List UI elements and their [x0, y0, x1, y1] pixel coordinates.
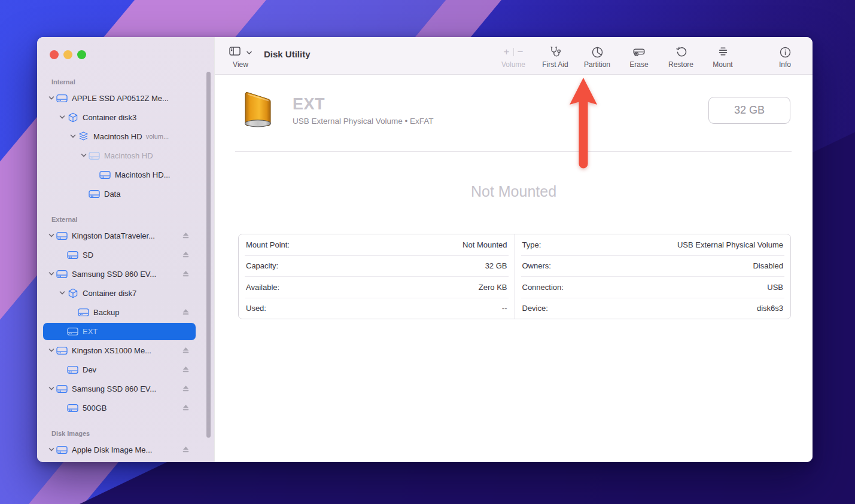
sidebar-item-label: Macintosh HD — [93, 132, 142, 141]
sidebar-item-macintosh-hd[interactable]: Macintosh HDvolum... — [37, 127, 214, 146]
first-aid-stethoscope-icon — [549, 45, 562, 59]
partition-button-label: Partition — [584, 60, 610, 69]
restore-button[interactable]: Restore — [664, 37, 698, 74]
spec-label: Device: — [521, 304, 548, 313]
eject-icon[interactable] — [182, 251, 190, 258]
sidebar-item-ext[interactable]: EXT — [37, 322, 214, 341]
disk-utility-window: InternalAPPLE SSD AP0512Z Me...Container… — [37, 37, 813, 462]
drive-icon — [56, 93, 68, 103]
sidebar-item-apple-disk-image-me[interactable]: Apple Disk Image Me... — [37, 440, 214, 459]
spec-row: Connection:USB — [521, 276, 785, 298]
volume-button: +− Volume — [497, 37, 530, 74]
chevron-down-icon — [57, 250, 67, 259]
spec-row: Owners:Disabled — [521, 255, 785, 277]
drive-icon — [56, 269, 68, 279]
sidebar-item-macintosh-hd[interactable]: Macintosh HD... — [37, 165, 214, 184]
details-column-left: Mount Point:Not MountedCapacity:32 GBAva… — [239, 234, 515, 319]
sidebar-item-samsung-ssd-860-ev[interactable]: Samsung SSD 860 EV... — [37, 379, 214, 398]
sidebar-item-label: Macintosh HD... — [115, 170, 170, 179]
sidebar-item-backup[interactable]: Backup — [37, 303, 214, 322]
chevron-down-icon — [57, 365, 67, 374]
chevron-down-icon[interactable] — [47, 346, 56, 355]
sidebar-item-macintosh-hd[interactable]: Macintosh HD — [37, 146, 214, 165]
spec-row: Capacity:32 GB — [245, 255, 509, 277]
sidebar-scrollbar[interactable] — [206, 72, 211, 438]
drive-icon — [89, 189, 100, 198]
mount-button-label: Mount — [713, 60, 732, 69]
volume-button-label: Volume — [501, 60, 525, 69]
chevron-down-icon[interactable] — [47, 231, 56, 240]
spec-value: 32 GB — [485, 261, 509, 270]
drive-header: EXT USB External Physical Volume • ExFAT — [239, 91, 434, 129]
spec-value: Not Mounted — [463, 240, 508, 249]
view-button[interactable]: View — [229, 37, 252, 74]
sidebar-item-data[interactable]: Data — [37, 184, 214, 203]
eject-icon[interactable] — [182, 404, 190, 411]
main-pane: View Disk Utility +− Volume — [214, 37, 813, 462]
drive-subtitle: USB External Physical Volume • ExFAT — [293, 117, 434, 126]
chevron-down-icon[interactable] — [57, 112, 67, 122]
chevron-down-icon[interactable] — [57, 288, 67, 298]
partition-pie-icon — [592, 45, 603, 59]
sidebar-item-500gb[interactable]: 500GB — [37, 398, 214, 417]
spec-label: Mount Point: — [245, 240, 290, 249]
toolbar-buttons: +− Volume First Aid — [497, 37, 802, 74]
sidebar-item-kingston-xs1000-me[interactable]: Kingston XS1000 Me... — [37, 341, 214, 360]
sidebar-tree: InternalAPPLE SSD AP0512Z Me...Container… — [37, 37, 214, 462]
spec-value: USB — [767, 283, 784, 292]
content-area: EXT USB External Physical Volume • ExFAT… — [215, 75, 813, 462]
sidebar-item-samsung-ssd-860-ev[interactable]: Samsung SSD 860 EV... — [37, 264, 214, 283]
mount-button[interactable]: Mount — [706, 37, 740, 74]
spec-value: USB External Physical Volume — [677, 240, 784, 249]
drive-icon — [89, 151, 100, 160]
sidebar-item-apple-ssd-ap0512z-me[interactable]: APPLE SSD AP0512Z Me... — [37, 88, 214, 108]
erase-disk-icon — [632, 45, 646, 59]
chevron-down-icon[interactable] — [47, 445, 56, 454]
toolbar: View Disk Utility +− Volume — [215, 37, 813, 75]
chevron-down-icon[interactable] — [68, 132, 78, 141]
chevron-down-icon — [68, 307, 78, 317]
sidebar-item-label: Samsung SSD 860 EV... — [72, 270, 156, 279]
spec-value: disk6s3 — [757, 304, 784, 313]
sidebar-item-label: Kingston XS1000 Me... — [72, 346, 151, 355]
chevron-down-icon[interactable] — [47, 269, 56, 279]
chevron-down-icon — [57, 326, 67, 336]
sidebar-item-label: Backup — [93, 308, 119, 317]
sidebar-item-container-disk3[interactable]: Container disk3 — [37, 108, 214, 127]
chevron-down-icon[interactable] — [47, 384, 56, 393]
chevron-down-icon[interactable] — [79, 151, 89, 160]
first-aid-button[interactable]: First Aid — [538, 37, 572, 74]
sidebar-item-label: Dev — [83, 365, 96, 374]
eject-icon[interactable] — [182, 385, 190, 392]
erase-button[interactable]: Erase — [622, 37, 656, 74]
sidebar: InternalAPPLE SSD AP0512Z Me...Container… — [37, 37, 214, 462]
eject-icon[interactable] — [182, 446, 190, 453]
eject-icon[interactable] — [182, 308, 190, 316]
first-aid-button-label: First Aid — [542, 60, 568, 69]
sidebar-item-label: SD — [83, 251, 93, 259]
drive-icon — [67, 326, 78, 336]
sidebar-item-container-disk7[interactable]: Container disk7 — [37, 283, 214, 303]
chevron-down-icon[interactable] — [47, 93, 56, 103]
partition-button[interactable]: Partition — [580, 37, 614, 74]
drive-icon — [56, 445, 68, 454]
eject-icon[interactable] — [182, 366, 190, 373]
info-button-label: Info — [779, 60, 791, 69]
spec-row: Type:USB External Physical Volume — [521, 234, 785, 255]
drive-name: EXT — [293, 95, 434, 114]
spec-row: Device:disk6s3 — [521, 298, 785, 319]
eject-icon[interactable] — [182, 347, 190, 354]
eject-icon[interactable] — [182, 270, 190, 277]
drive-icon — [67, 403, 78, 413]
spec-row: Available:Zero KB — [245, 276, 509, 298]
details-column-right: Type:USB External Physical VolumeOwners:… — [515, 234, 791, 319]
eject-icon[interactable] — [182, 232, 190, 239]
sidebar-item-label: Macintosh HD — [104, 151, 153, 160]
info-button[interactable]: Info — [768, 37, 802, 74]
mount-status-text: Not Mounted — [215, 183, 813, 200]
chevron-down-icon — [247, 47, 252, 57]
container-icon — [67, 112, 78, 122]
sidebar-item-sd[interactable]: SD — [37, 245, 214, 264]
sidebar-item-kingston-datatraveler[interactable]: Kingston DataTraveler... — [37, 226, 214, 245]
sidebar-item-dev[interactable]: Dev — [37, 360, 214, 379]
